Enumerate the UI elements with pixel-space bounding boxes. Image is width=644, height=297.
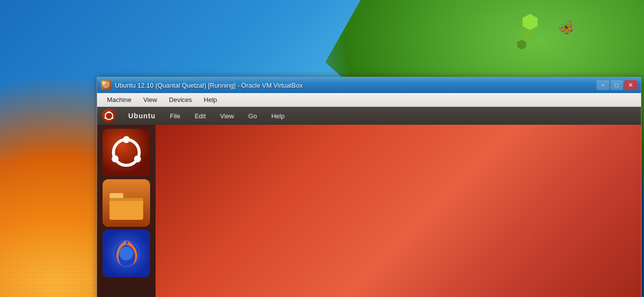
virtualbox-window: Ubuntu 12.10 (Quantal Quetzal) [Running]… — [97, 77, 642, 297]
ubuntu-menu-help[interactable]: Help — [266, 110, 291, 122]
ubuntu-desktop — [97, 125, 641, 297]
menu-machine[interactable]: Machine — [101, 94, 137, 105]
ubuntu-label: Ubuntu — [122, 110, 161, 122]
ubuntu-menu-view[interactable]: View — [214, 110, 240, 122]
menu-view[interactable]: View — [137, 94, 163, 105]
svg-point-3 — [108, 111, 110, 113]
svg-point-8 — [123, 136, 130, 143]
launcher-firefox[interactable] — [103, 230, 150, 277]
svg-point-5 — [105, 117, 107, 119]
unity-launcher — [97, 125, 156, 297]
ubuntu-menu-go[interactable]: Go — [242, 110, 263, 122]
title-bar: Ubuntu 12.10 (Quantal Quetzal) [Running]… — [97, 77, 641, 93]
app-icon — [101, 80, 111, 90]
svg-rect-0 — [103, 82, 109, 87]
launcher-files[interactable] — [103, 179, 150, 227]
svg-rect-6 — [103, 129, 150, 176]
svg-point-17 — [119, 247, 133, 260]
windows-desktop: 🦋 Ubuntu 12.10 (Quantal Quetzal) [Runnin… — [0, 0, 644, 297]
vbox-icon — [101, 80, 111, 90]
launcher-ubuntu-home[interactable] — [103, 129, 150, 176]
menu-devices[interactable]: Devices — [163, 94, 198, 105]
window-title: Ubuntu 12.10 (Quantal Quetzal) [Running]… — [115, 82, 596, 89]
svg-point-4 — [111, 117, 113, 119]
svg-rect-14 — [109, 198, 143, 201]
close-button[interactable]: ✕ — [624, 80, 637, 90]
svg-point-10 — [112, 155, 119, 162]
svg-rect-13 — [109, 198, 143, 220]
ubuntu-logo[interactable] — [102, 109, 116, 123]
menu-help[interactable]: Help — [198, 94, 223, 105]
minimize-button[interactable]: − — [596, 80, 609, 90]
ubuntu-menu-file[interactable]: File — [164, 110, 186, 122]
window-controls: − □ ✕ — [596, 80, 637, 90]
svg-point-9 — [134, 155, 141, 162]
svg-rect-1 — [104, 87, 108, 88]
ubuntu-desktop-area — [156, 125, 641, 297]
vbox-menubar: Machine View Devices Help — [97, 93, 641, 107]
ubuntu-menubar: Ubuntu File Edit View Go Help — [97, 107, 641, 125]
ubuntu-menu-edit[interactable]: Edit — [189, 110, 212, 122]
vm-content-area: Ubuntu File Edit View Go Help — [97, 107, 641, 297]
maximize-button[interactable]: □ — [610, 80, 623, 90]
